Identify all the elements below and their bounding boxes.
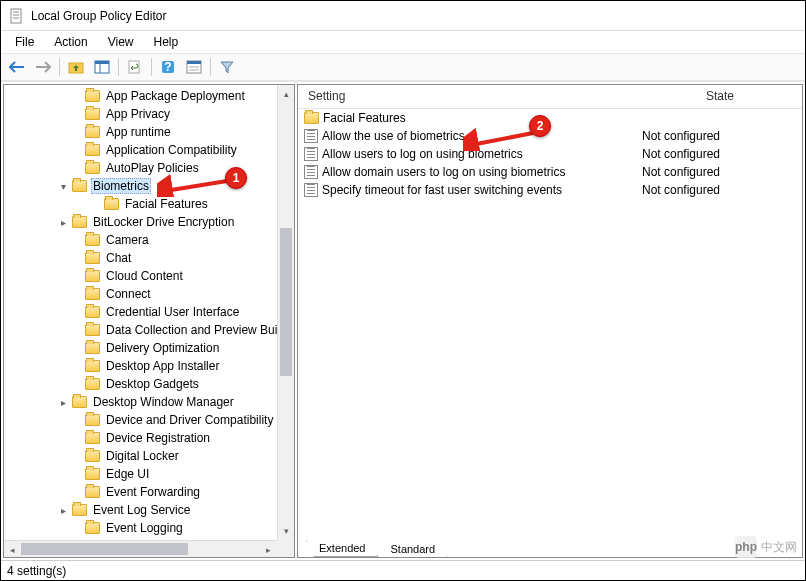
folder-icon <box>72 180 87 192</box>
up-folder-button[interactable] <box>64 56 88 78</box>
tree-item[interactable]: Credential User Interface <box>4 303 294 321</box>
list-row[interactable]: Facial Features <box>298 109 802 127</box>
column-setting[interactable]: Setting <box>298 85 638 108</box>
tree-item[interactable]: ▸Desktop Window Manager <box>4 393 294 411</box>
expander-icon[interactable]: ▾ <box>57 180 70 193</box>
tree-item[interactable]: Digital Locker <box>4 447 294 465</box>
app-icon <box>9 8 25 24</box>
scroll-thumb[interactable] <box>280 228 292 375</box>
folder-icon <box>85 432 100 444</box>
show-hide-tree-button[interactable] <box>90 56 114 78</box>
tab-extended[interactable]: Extended <box>306 540 378 557</box>
status-text: 4 setting(s) <box>7 564 66 578</box>
tree-item-label: App Privacy <box>104 107 172 121</box>
state-label: Not configured <box>638 183 802 197</box>
tree-item[interactable]: Desktop App Installer <box>4 357 294 375</box>
tree-item[interactable]: App runtime <box>4 123 294 141</box>
horizontal-scrollbar[interactable]: ◂ ▸ <box>4 540 277 557</box>
tree-item-label: BitLocker Drive Encryption <box>91 215 236 229</box>
policy-icon <box>304 183 318 197</box>
expander-icon[interactable]: ▸ <box>57 396 70 409</box>
menu-action[interactable]: Action <box>46 33 95 51</box>
tree-item[interactable]: Application Compatibility <box>4 141 294 159</box>
settings-list[interactable]: Facial FeaturesAllow the use of biometri… <box>298 109 802 535</box>
expander-icon <box>70 486 83 499</box>
filter-button[interactable] <box>215 56 239 78</box>
expander-icon <box>70 432 83 445</box>
scroll-thumb[interactable] <box>21 543 188 555</box>
list-row[interactable]: Specify timeout for fast user switching … <box>298 181 802 199</box>
folder-icon <box>85 144 100 156</box>
folder-icon <box>85 234 100 246</box>
scroll-up-icon[interactable]: ▴ <box>278 85 295 102</box>
menu-help[interactable]: Help <box>146 33 187 51</box>
expander-icon[interactable]: ▸ <box>57 504 70 517</box>
forward-button[interactable] <box>31 56 55 78</box>
separator <box>118 58 119 76</box>
tree-item[interactable]: Connect <box>4 285 294 303</box>
help-button[interactable]: ? <box>156 56 180 78</box>
menu-view[interactable]: View <box>100 33 142 51</box>
vertical-scrollbar[interactable]: ▴ ▾ <box>277 85 294 540</box>
tree-item[interactable]: AutoPlay Policies <box>4 159 294 177</box>
folder-icon <box>85 126 100 138</box>
expander-icon <box>70 342 83 355</box>
scroll-right-icon[interactable]: ▸ <box>260 541 277 558</box>
tree-item-label: Digital Locker <box>104 449 181 463</box>
list-header: Setting State <box>298 85 802 109</box>
content-area: App Package DeploymentApp PrivacyApp run… <box>1 81 805 560</box>
folder-icon <box>72 216 87 228</box>
tree-item[interactable]: Desktop Gadgets <box>4 375 294 393</box>
folder-icon <box>85 450 100 462</box>
tree-item[interactable]: Cloud Content <box>4 267 294 285</box>
tree-item[interactable]: ▾Biometrics <box>4 177 294 195</box>
expander-icon <box>70 126 83 139</box>
state-label: Not configured <box>638 129 802 143</box>
back-button[interactable] <box>5 56 29 78</box>
expander-icon[interactable]: ▸ <box>57 216 70 229</box>
scroll-left-icon[interactable]: ◂ <box>4 541 21 558</box>
tree-item-label: Connect <box>104 287 153 301</box>
tree-item[interactable]: Edge UI <box>4 465 294 483</box>
tree-item[interactable]: Device Registration <box>4 429 294 447</box>
folder-icon <box>85 252 100 264</box>
watermark-text: 中文网 <box>761 539 797 556</box>
list-row[interactable]: Allow users to log on using biometricsNo… <box>298 145 802 163</box>
setting-label: Facial Features <box>323 111 406 125</box>
expander-icon <box>70 288 83 301</box>
scroll-down-icon[interactable]: ▾ <box>278 523 295 540</box>
watermark: php 中文网 <box>735 536 797 558</box>
tree-item[interactable]: Delivery Optimization <box>4 339 294 357</box>
folder-icon <box>85 288 100 300</box>
tree[interactable]: App Package DeploymentApp PrivacyApp run… <box>4 85 294 557</box>
folder-icon <box>104 198 119 210</box>
tree-item[interactable]: App Package Deployment <box>4 87 294 105</box>
folder-icon <box>85 270 100 282</box>
tree-item[interactable]: Camera <box>4 231 294 249</box>
setting-label: Specify timeout for fast user switching … <box>322 183 562 197</box>
menu-file[interactable]: File <box>7 33 42 51</box>
properties-button[interactable] <box>182 56 206 78</box>
separator <box>210 58 211 76</box>
svg-text:?: ? <box>164 60 171 74</box>
tree-item[interactable]: Event Logging <box>4 519 294 537</box>
tree-item[interactable]: Data Collection and Preview Buil <box>4 321 294 339</box>
expander-icon <box>70 468 83 481</box>
tree-item[interactable]: Facial Features <box>4 195 294 213</box>
tree-item[interactable]: Event Forwarding <box>4 483 294 501</box>
tree-item[interactable]: Device and Driver Compatibility <box>4 411 294 429</box>
expander-icon <box>70 162 83 175</box>
expander-icon <box>70 90 83 103</box>
refresh-button[interactable] <box>123 56 147 78</box>
tree-item[interactable]: ▸Event Log Service <box>4 501 294 519</box>
list-row[interactable]: Allow the use of biometricsNot configure… <box>298 127 802 145</box>
tree-item-label: AutoPlay Policies <box>104 161 201 175</box>
list-row[interactable]: Allow domain users to log on using biome… <box>298 163 802 181</box>
tab-standard[interactable]: Standard <box>377 541 448 558</box>
tree-item[interactable]: App Privacy <box>4 105 294 123</box>
column-state[interactable]: State <box>638 85 802 108</box>
tree-item-label: Biometrics <box>91 178 151 194</box>
tree-pane: App Package DeploymentApp PrivacyApp run… <box>3 84 295 558</box>
tree-item[interactable]: Chat <box>4 249 294 267</box>
tree-item[interactable]: ▸BitLocker Drive Encryption <box>4 213 294 231</box>
